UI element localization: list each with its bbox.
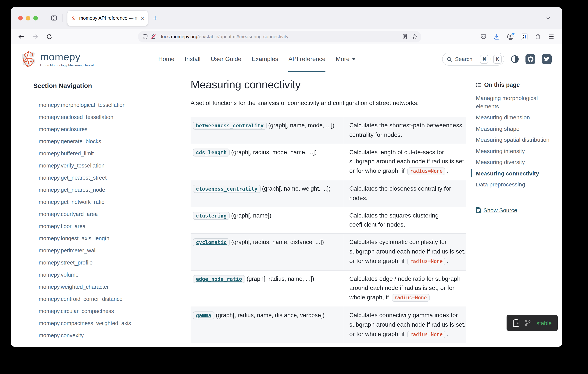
function-link[interactable]: cds_length [193, 148, 230, 156]
function-signature-cell: betweenness_centrality(graph[, name, mod… [190, 117, 344, 143]
url-bar[interactable]: docs.momepy.org/en/stable/api.html#measu… [138, 31, 421, 42]
sidebar-item[interactable]: momepy.enclosures [33, 123, 172, 135]
toc-item-label: Measuring intensity [476, 148, 525, 154]
toc-item[interactable]: Measuring dimension [471, 113, 558, 121]
reload-button[interactable] [46, 33, 52, 40]
new-tab-button[interactable]: + [153, 14, 157, 22]
sidebar-item[interactable]: momepy.floor_area [33, 220, 172, 232]
nav-item[interactable]: Home [158, 46, 174, 72]
github-icon[interactable] [525, 54, 535, 64]
menu-icon[interactable] [548, 34, 554, 39]
theme-toggle-icon[interactable] [511, 55, 519, 63]
browser-window: momepy API reference — mome ✕ + [10, 7, 562, 347]
momepy-logo[interactable]: momepy Urban Morphology Measuring Toolki… [21, 51, 94, 67]
main-nav: Home Install User Guide Examples API ref… [158, 46, 356, 72]
reader-mode-icon[interactable] [402, 34, 407, 39]
sidebar-item-label: momepy.street_profile [39, 260, 93, 266]
sidebar-item-label: momepy.enclosures [39, 126, 87, 132]
sidebar-item[interactable]: momepy.centroid_corner_distance [33, 293, 172, 305]
toc-item[interactable]: Data preprocessing [471, 180, 558, 189]
extension-icon[interactable] [521, 33, 528, 40]
pocket-icon[interactable] [480, 33, 486, 40]
sidebar-item-label: momepy.floor_area [39, 223, 86, 229]
sidebar-item-label: momepy.enclosed_tessellation [39, 114, 113, 120]
forward-button[interactable] [32, 34, 39, 39]
url-subdomain: docs. [159, 34, 171, 39]
traffic-light-zoom[interactable] [33, 16, 38, 20]
sidebar-item[interactable]: momepy.convexity [33, 329, 172, 342]
insecure-lock-icon[interactable] [151, 34, 156, 39]
show-source-link[interactable]: Show Source [476, 207, 558, 213]
tab-title: momepy API reference — mome [79, 15, 139, 21]
downloads-icon[interactable] [494, 33, 500, 40]
page-content: momepy Urban Morphology Measuring Toolki… [10, 44, 562, 347]
traffic-light-minimize[interactable] [26, 16, 30, 20]
sidebar-item[interactable]: momepy.street_profile [33, 256, 172, 269]
function-link[interactable]: closeness_centrality [193, 185, 261, 193]
sidebar-item[interactable]: momepy.get_nearest_node [33, 184, 172, 196]
nav-item[interactable]: Install [185, 46, 201, 72]
sidebar-item[interactable]: momepy.volume [33, 269, 172, 281]
description-text: Calculates the closeness centrality for … [349, 185, 451, 201]
function-params: (graph[, radius, mode, name, ...]) [231, 149, 317, 155]
function-signature-cell: edge_node_ratio(graph[, radius, name, ..… [190, 270, 344, 307]
nav-item[interactable]: Examples [252, 46, 278, 72]
tab-list-chevron-icon[interactable] [546, 15, 551, 21]
function-link[interactable]: cyclomatic [193, 238, 230, 246]
function-link[interactable]: betweenness_centrality [193, 122, 267, 129]
section-navigation-sidebar: Section Navigation momepy.morphological_… [10, 74, 172, 347]
function-signature-cell: gamma(graph[, radius, name, distance, ve… [190, 307, 344, 343]
function-params: (graph[, name]) [231, 212, 272, 218]
toc-item[interactable]: Measuring shape [471, 125, 558, 133]
sidebar-item-label: momepy.get_network_ratio [39, 199, 105, 205]
sidebar-item[interactable]: momepy.courtyard_area [33, 208, 172, 220]
description-text-after: . [446, 168, 448, 174]
twitter-icon[interactable] [542, 54, 552, 64]
toc-item[interactable]: Measuring connectivity [471, 169, 558, 177]
nav-item-label: More [336, 56, 349, 63]
sidebar-item[interactable]: momepy.verify_tessellation [33, 160, 172, 172]
toc-item[interactable]: Managing morphological elements [471, 94, 558, 110]
table-row: clustering(graph[, name]) Calculates the… [190, 207, 466, 234]
sidebar-item[interactable]: momepy.generate_blocks [33, 135, 172, 147]
tab-close-icon[interactable]: ✕ [140, 15, 145, 21]
sidebar-item[interactable]: momepy.compactness_weighted_axis [33, 317, 172, 329]
sidebar-item[interactable]: momepy.enclosed_tessellation [33, 111, 172, 123]
version-switcher[interactable]: stable [506, 315, 558, 331]
nav-item[interactable]: More [336, 46, 356, 72]
function-params: (graph[, radius, name, distance, ...]) [231, 239, 324, 245]
toc-list-icon [476, 82, 482, 87]
toc-item[interactable]: Measuring intensity [471, 147, 558, 155]
search-button[interactable]: Search ⌘ + K [442, 53, 504, 65]
sidebar-item[interactable]: momepy.get_nearest_street [33, 172, 172, 184]
extension-2-icon[interactable] [535, 33, 541, 40]
sidebar-item[interactable]: momepy.longest_axis_length [33, 232, 172, 245]
sidebar-item[interactable]: momepy.circular_compactness [33, 305, 172, 317]
back-button[interactable] [18, 34, 25, 39]
bookmark-star-icon[interactable] [412, 34, 418, 39]
browser-tab[interactable]: momepy API reference — mome ✕ [67, 11, 148, 26]
sidebar-item[interactable]: momepy.get_network_ratio [33, 196, 172, 208]
account-icon[interactable] [507, 33, 514, 40]
sidebar-item[interactable]: momepy.buffered_limit [33, 147, 172, 160]
traffic-light-close[interactable] [18, 16, 23, 20]
table-row: cds_length(graph[, radius, mode, name, .… [190, 144, 466, 180]
api-function-table: betweenness_centrality(graph[, name, mod… [190, 117, 466, 347]
divider [63, 14, 63, 22]
toc-item[interactable]: Measuring diversity [471, 158, 558, 166]
toc-item[interactable]: Measuring spatial distribution [471, 136, 558, 144]
function-link[interactable]: gamma [193, 311, 214, 320]
nav-item[interactable]: User Guide [211, 46, 241, 72]
inline-code-chip: radius=None [408, 331, 445, 338]
function-link[interactable]: edge_node_ratio [193, 275, 245, 283]
sidebar-item[interactable]: momepy.morphological_tessellation [33, 99, 172, 111]
sidebar-toggle-icon[interactable] [51, 15, 57, 21]
toc-item-label: Measuring dimension [476, 114, 530, 120]
sidebar-item[interactable]: momepy.perimeter_wall [33, 245, 172, 256]
nav-item[interactable]: API reference [289, 46, 326, 72]
sidebar-item[interactable]: momepy.weighted_character [33, 281, 172, 293]
function-link[interactable]: clustering [193, 212, 230, 220]
sidebar-item-label: momepy.verify_tessellation [39, 162, 105, 169]
function-params: (graph[, radius, name, ...]) [247, 275, 314, 282]
tracking-protection-shield-icon[interactable] [142, 34, 148, 39]
